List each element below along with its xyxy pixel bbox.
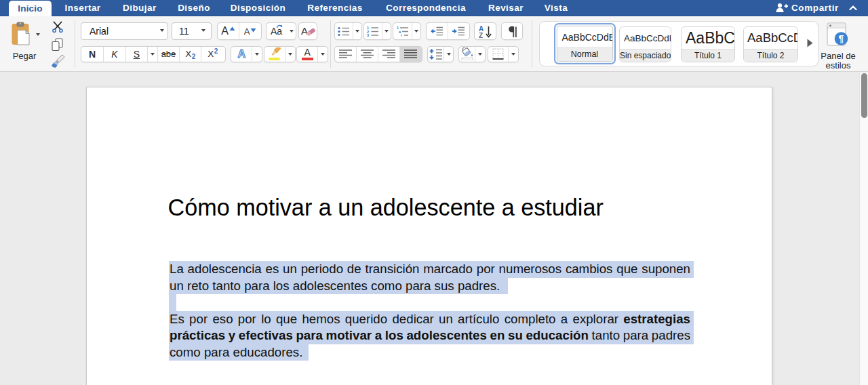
svg-text:3: 3 [367, 33, 369, 37]
svg-text:¶: ¶ [839, 33, 844, 44]
svg-text:i: i [401, 33, 402, 37]
svg-text:Z: Z [479, 32, 483, 39]
